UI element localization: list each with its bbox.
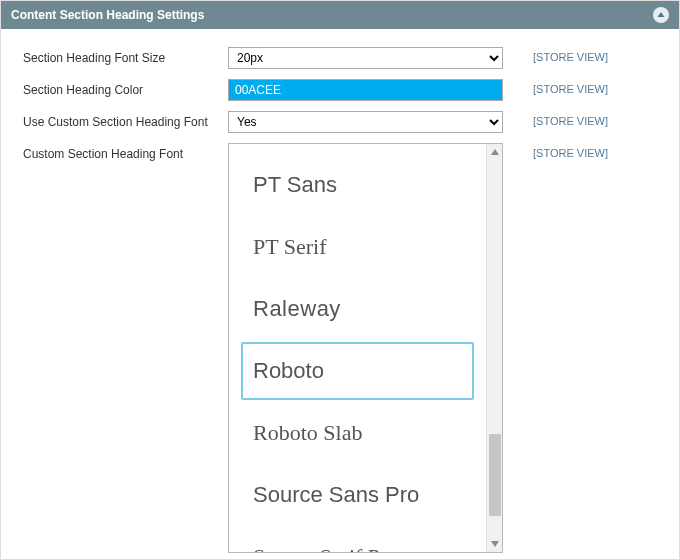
scope-use-custom: [STORE VIEW] [503,111,623,127]
select-use-custom[interactable]: Yes [228,111,503,133]
svg-marker-2 [491,541,499,547]
scroll-down-icon[interactable] [487,536,502,552]
panel-header: Content Section Heading Settings [1,1,679,29]
chevron-up-icon [657,11,665,19]
scope-color: [STORE VIEW] [503,79,623,95]
font-option[interactable]: Roboto [241,342,474,400]
select-font-size[interactable]: 20px [228,47,503,69]
label-font-size: Section Heading Font Size [23,47,228,65]
font-picker: PT SansPT SerifRalewayRobotoRoboto SlabS… [228,143,503,553]
svg-marker-0 [658,12,665,17]
panel-title: Content Section Heading Settings [11,8,204,22]
svg-marker-1 [491,149,499,155]
scope-custom-font: [STORE VIEW] [503,143,623,159]
font-option[interactable]: PT Sans [241,156,474,214]
settings-panel: Content Section Heading Settings Section… [1,1,679,560]
row-use-custom: Use Custom Section Heading Font Yes [STO… [23,111,657,133]
row-custom-font: Custom Section Heading Font PT SansPT Se… [23,143,657,553]
scope-font-size: [STORE VIEW] [503,47,623,63]
font-option[interactable]: Source Sans Pro [241,466,474,524]
scroll-up-icon[interactable] [487,144,502,160]
scrollbar[interactable] [486,144,502,552]
font-option[interactable]: Raleway [241,280,474,338]
scroll-thumb[interactable] [489,434,501,516]
row-color: Section Heading Color [STORE VIEW] [23,79,657,101]
font-picker-list[interactable]: PT SansPT SerifRalewayRobotoRoboto SlabS… [229,144,486,552]
font-option[interactable]: PT Serif [241,218,474,276]
font-option[interactable]: Source Serif Pro [241,528,474,552]
font-option[interactable]: Roboto Slab [241,404,474,462]
label-custom-font: Custom Section Heading Font [23,143,228,161]
input-color[interactable] [228,79,503,101]
label-use-custom: Use Custom Section Heading Font [23,111,228,129]
panel-body: Section Heading Font Size 20px [STORE VI… [1,29,679,560]
label-color: Section Heading Color [23,79,228,97]
row-font-size: Section Heading Font Size 20px [STORE VI… [23,47,657,69]
collapse-toggle[interactable] [653,7,669,23]
